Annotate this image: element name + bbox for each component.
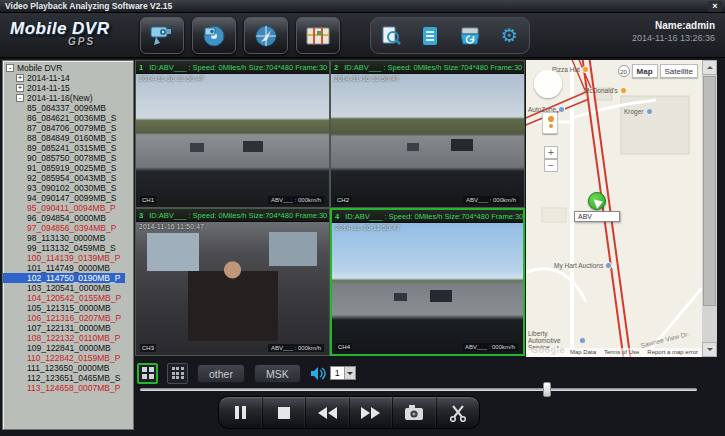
tree-file-item[interactable]: 113_124658_0007MB_P (3, 383, 133, 393)
channel-number: 2 (334, 63, 338, 72)
map-scrollbar[interactable] (702, 60, 717, 357)
tree-node-2014-11-16[interactable]: - 2014-11-16(New) (3, 93, 133, 103)
fast-forward-button[interactable] (350, 397, 394, 428)
tree-file-item[interactable]: 94_090147_0099MB_S (3, 193, 133, 203)
vehicle-marker[interactable] (588, 192, 606, 210)
audio-channel-select[interactable]: 1 (330, 366, 356, 380)
tree-file-item[interactable]: 97_094856_0394MB_P (3, 223, 133, 233)
tree-file-item[interactable]: 107_122131_0000MB (3, 323, 133, 333)
collapse-icon[interactable]: - (16, 94, 24, 102)
close-button[interactable]: × (708, 1, 722, 12)
speed-overlay: ABV___ : 000km/h (268, 196, 324, 204)
pause-button[interactable] (219, 397, 263, 428)
tree-file-item[interactable]: 93_090102_0030MB_S (3, 183, 133, 193)
map-view-button[interactable]: Map (632, 64, 658, 78)
street-view-pegman[interactable] (542, 112, 558, 134)
tree-file-item[interactable]: 101_114749_0000MB (3, 263, 133, 273)
tree-file-item[interactable]: 102_114750_0190MB_P (3, 273, 125, 283)
collapse-icon[interactable]: - (6, 64, 14, 72)
map-data-link[interactable]: Map Data (570, 349, 596, 357)
tree-file-item[interactable]: 108_122132_0110MB_P (3, 333, 133, 343)
camera-monitor-icon (148, 23, 176, 49)
video-header: 3 ID:ABV___ : Speed: 0Miles/h Size:704*4… (136, 209, 329, 222)
tree-file-item[interactable]: 111_123650_0000MB (3, 363, 133, 373)
video-panel[interactable]: 2 ID:ABV___ : Speed: 0Miles/h Size:704*4… (330, 60, 525, 208)
tree-root[interactable]: - Mobile DVR (3, 63, 133, 73)
video-timestamp-overlay: 2014-11-16 11:50:47 (334, 75, 399, 82)
tree-file-item[interactable]: 99_113132_0459MB_S (3, 243, 133, 253)
report-error-link[interactable]: Report a map error (647, 349, 698, 357)
backup-button[interactable] (458, 24, 482, 48)
scroll-down-button[interactable] (702, 342, 717, 357)
video-disc-button[interactable] (192, 17, 236, 54)
tree-file-item[interactable]: 100_114139_0139MB_P (3, 253, 133, 263)
channel-number: 3 (139, 211, 143, 220)
gps-map[interactable]: Pizza Hut McDonald's AutoZone Kroger My … (526, 60, 702, 357)
gps-compass-button[interactable] (244, 17, 288, 54)
stop-button[interactable] (263, 397, 307, 428)
video-panel[interactable]: 3 ID:ABV___ : Speed: 0Miles/h Size:704*4… (135, 208, 330, 356)
video-feed[interactable]: 2014-11-16 11:50:47 CH2 ABV___ : 000km/h (331, 74, 524, 207)
grid-2x2-button[interactable] (137, 363, 158, 384)
other-button[interactable]: other (197, 364, 245, 383)
tree-file-item[interactable]: 96_094854_0000MB (3, 213, 133, 223)
video-panel[interactable]: 4 ID:ABV___ : Speed: 0Miles/h Size:704*4… (330, 208, 525, 356)
tree-file-item[interactable]: 109_122841_0000MB (3, 343, 133, 353)
dropdown-arrow-icon[interactable] (344, 367, 355, 379)
cut-button[interactable] (437, 397, 480, 428)
tree-file-item[interactable]: 89_085241_0315MB_S (3, 143, 133, 153)
zoom-in-button[interactable]: + (544, 146, 558, 159)
satellite-view-button[interactable]: Satellite (660, 64, 698, 78)
video-timestamp-overlay: 2014-11-16 11:50:47 (335, 224, 400, 231)
tree-file-item[interactable]: 103_120541_0000MB (3, 283, 133, 293)
settings-button[interactable]: ⚙ (497, 24, 521, 48)
msk-button[interactable]: MSK (254, 364, 301, 383)
tree-file-item[interactable]: 85_084337_0096MB (3, 103, 133, 113)
expand-icon[interactable]: + (16, 74, 24, 82)
pan-down-icon[interactable] (545, 89, 551, 95)
tree-file-item[interactable]: 106_121316_0207MB_P (3, 313, 133, 323)
tree-file-item[interactable]: 110_122842_0159MB_P (3, 353, 133, 363)
rewind-button[interactable] (306, 397, 350, 428)
expand-icon[interactable]: + (16, 84, 24, 92)
app-window: Video Playback Analyzing Software V2.15 … (0, 0, 725, 436)
speaker-icon[interactable] (310, 366, 326, 381)
pan-left-icon[interactable] (537, 81, 543, 87)
zoom-out-button[interactable]: − (544, 159, 558, 172)
file-list-button[interactable] (418, 24, 442, 48)
grid-2x2-icon (142, 367, 154, 379)
video-panel[interactable]: 1 ID:ABV___ : Speed: 0Miles/h Size:704*4… (135, 60, 330, 208)
scroll-up-button[interactable] (702, 60, 717, 75)
pause-icon (235, 406, 239, 419)
poi-mcdonalds: McDonald's (584, 87, 627, 94)
tree-node-2014-11-15[interactable]: + 2014-11-15 (3, 83, 133, 93)
terms-link[interactable]: Terms of Use (604, 349, 639, 357)
tree-file-item[interactable]: 98_113130_0000MB (3, 233, 133, 243)
tree-file-item[interactable]: 86_084621_0036MB_S (3, 113, 133, 123)
video-feed[interactable]: 2014-11-16 11:50:47 CH4 ABV___ : 000km/h (332, 223, 523, 354)
map-button[interactable] (296, 17, 340, 54)
tree-file-item[interactable]: 104_120542_0155MB_P (3, 293, 133, 303)
snapshot-button[interactable] (393, 397, 437, 428)
video-feed[interactable]: 2014-11-16 11:50:47 CH3 ABV___ : 000km/h (136, 222, 329, 355)
tree-file-item[interactable]: 95_090411_0094MB_P (3, 203, 133, 213)
tree-file-item[interactable]: 112_123651_0465MB_S (3, 373, 133, 383)
tree-file-item[interactable]: 105_121315_0000MB (3, 303, 133, 313)
tree-file-item[interactable]: 88_084849_0160MB_S (3, 133, 133, 143)
scrollbar-thumb[interactable] (703, 76, 716, 306)
timeline-handle[interactable] (543, 382, 551, 397)
tree-node-2014-11-14[interactable]: + 2014-11-14 (3, 73, 133, 83)
map-pan-control[interactable] (534, 70, 562, 98)
grid-3x3-button[interactable] (167, 363, 188, 384)
tree-file-item[interactable]: 91_085919_0025MB_S (3, 163, 133, 173)
tree-file-item[interactable]: 92_085954_0043MB_S (3, 173, 133, 183)
tree-file-item[interactable]: 87_084706_0079MB_S (3, 123, 133, 133)
pan-right-icon[interactable] (553, 81, 559, 87)
playback-timeline[interactable] (140, 388, 697, 391)
camera-monitor-button[interactable] (140, 17, 184, 54)
volume-control: 1 (310, 366, 356, 381)
video-feed[interactable]: 2014-11-16 11:50:47 CH1 ABV___ : 000km/h (136, 74, 329, 207)
pan-up-icon[interactable] (545, 73, 551, 79)
tree-file-item[interactable]: 90_085750_0078MB_S (3, 153, 133, 163)
file-search-button[interactable] (379, 24, 403, 48)
